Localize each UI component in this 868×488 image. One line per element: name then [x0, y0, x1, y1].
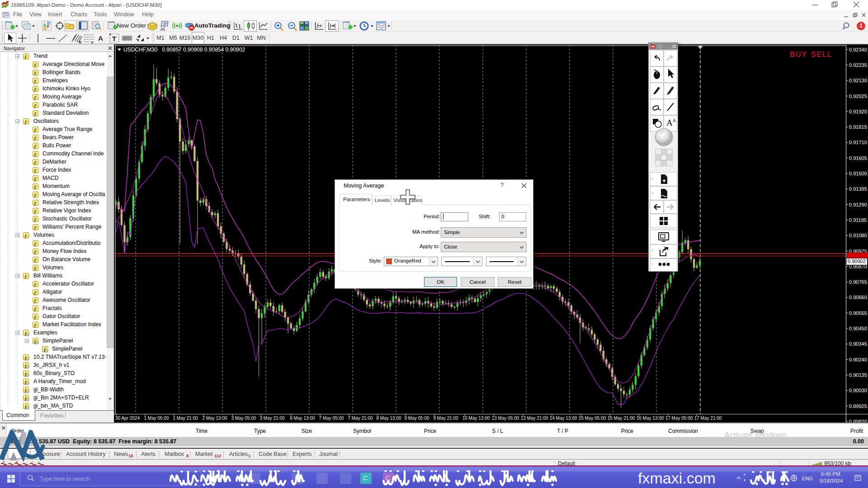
- svg-text:0.90030: 0.90030: [849, 388, 867, 393]
- svg-text:3 May 05:00: 3 May 05:00: [231, 416, 256, 421]
- svg-text:0.90555: 0.90555: [849, 310, 867, 316]
- svg-text:0.91710: 0.91710: [849, 140, 867, 145]
- svg-text:USDCHF,M30 0.90857 0.90908 0: USDCHF,M30 0.90857 0.90908 0.90854 0.909…: [123, 47, 245, 53]
- svg-text:E: E: [79, 40, 82, 44]
- svg-text:6 May 13:00: 6 May 13:00: [290, 416, 315, 421]
- svg-text:0.91500: 0.91500: [849, 171, 867, 176]
- svg-text:0.91290: 0.91290: [849, 202, 867, 207]
- svg-text:0.90240: 0.90240: [849, 357, 867, 362]
- svg-text:0.92025: 0.92025: [849, 94, 867, 99]
- svg-text:0.89820: 0.89820: [849, 419, 867, 422]
- svg-text:15 May 05:00: 15 May 05:00: [579, 416, 606, 421]
- svg-text:1 May 05:00: 1 May 05:00: [144, 416, 169, 421]
- svg-text:F: F: [91, 41, 94, 44]
- svg-text:0.90902: 0.90902: [848, 258, 866, 264]
- svg-text:0.90345: 0.90345: [849, 341, 867, 347]
- svg-text:2 May 13:00: 2 May 13:00: [202, 416, 227, 421]
- svg-text:30 Apr 2024: 30 Apr 2024: [115, 416, 140, 421]
- svg-text:7 May 05:00: 7 May 05:00: [319, 416, 344, 421]
- svg-text:0.92235: 0.92235: [849, 62, 867, 68]
- svg-text:T: T: [112, 35, 116, 42]
- svg-text:3 May 21:00: 3 May 21:00: [259, 416, 284, 421]
- svg-text:SELL: SELL: [811, 50, 832, 58]
- svg-text:15 May 21:00: 15 May 21:00: [608, 416, 635, 421]
- svg-text:0.91920: 0.91920: [849, 109, 867, 114]
- svg-text:13 May 05:00: 13 May 05:00: [492, 416, 519, 421]
- svg-text:0.92130: 0.92130: [849, 78, 867, 83]
- svg-text:16 May 13:00: 16 May 13:00: [637, 416, 664, 421]
- svg-text:7 May 21:00: 7 May 21:00: [348, 416, 373, 421]
- svg-text:0.90135: 0.90135: [849, 372, 867, 378]
- svg-text:13 May 21:00: 13 May 21:00: [521, 416, 548, 421]
- svg-text:8 May 13:00: 8 May 13:00: [376, 416, 401, 421]
- svg-text:0.90450: 0.90450: [849, 326, 867, 331]
- svg-text:1 May 21:00: 1 May 21:00: [173, 416, 198, 421]
- svg-text:9 May 05:00: 9 May 05:00: [404, 416, 429, 421]
- svg-text:0.91080: 0.91080: [849, 233, 867, 238]
- svg-text:0.91395: 0.91395: [849, 186, 867, 192]
- svg-text:0.90660: 0.90660: [849, 295, 867, 300]
- svg-text:0.89925: 0.89925: [849, 404, 867, 409]
- svg-text:0.92340: 0.92340: [849, 47, 867, 52]
- svg-text:14 May 13:00: 14 May 13:00: [550, 416, 577, 421]
- svg-text:10 May 13:00: 10 May 13:00: [462, 416, 490, 421]
- svg-text:17 May 21:00: 17 May 21:00: [694, 416, 722, 421]
- svg-text:0.91605: 0.91605: [849, 155, 867, 161]
- svg-text:0.91185: 0.91185: [849, 217, 867, 223]
- svg-text:0.91815: 0.91815: [849, 124, 867, 130]
- svg-text:9 May 21:00: 9 May 21:00: [433, 416, 458, 421]
- svg-text:17 May 05:00: 17 May 05:00: [665, 416, 693, 421]
- svg-text:0.90765: 0.90765: [849, 279, 867, 285]
- svg-text:BUY: BUY: [790, 50, 807, 58]
